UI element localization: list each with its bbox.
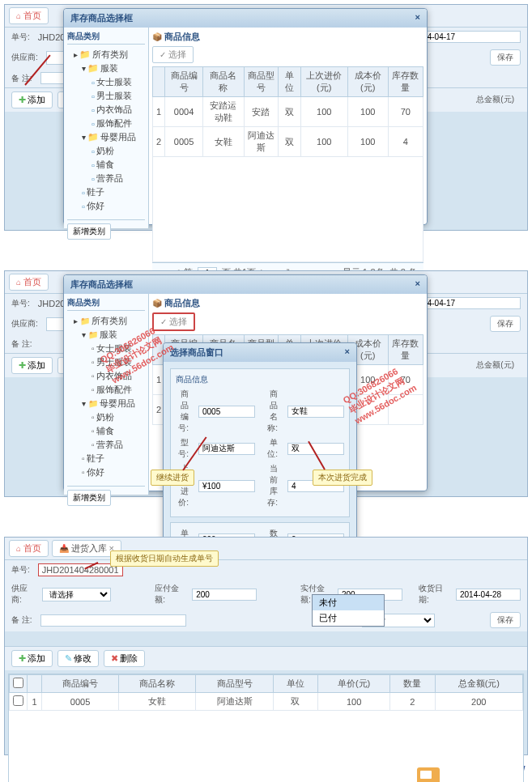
select-action-bar: ✓ 选择 [152,46,423,63]
product-info-title: 📦 商品信息 [152,31,423,43]
header-info-row-1: 单号: JHD201404280001 [5,560,527,580]
close-icon[interactable]: × [415,12,420,24]
leaf-icon: ▫ [92,174,95,184]
edit-button[interactable]: ✎修改 [57,650,99,667]
footer-logo-icon [417,767,440,783]
select-button[interactable]: ✓ 选择 [152,312,195,331]
leaf-icon: ▫ [82,188,85,198]
column-header: 成本价(元) [347,67,388,97]
tree-bottom-bar: 新增类别 [67,219,145,240]
column-header: 商品编号 [165,67,203,97]
product-info-group: 商品信息 商品编号: 商品名称: 型 号: 单 位: 上次进价: 当前库存: [170,368,350,517]
complete-callout: 本次进货完成 [313,470,372,486]
tree-item[interactable]: ▸ 📁所有类别 [67,48,145,62]
tree-item[interactable]: ▫内衣饰品 [67,103,145,117]
product-no-input[interactable] [198,406,255,418]
tree-item[interactable]: ▫辅食 [67,158,145,172]
header-info-row-2: 供应商: 请选择 应付金额: 实付金额: 收货日期: [5,580,527,609]
product-select-dialog: 库存商品选择框 × 商品类别 ▸ 📁所有类别 ▾ 📁服装 ▫女士服装 ▫男士服装… [63,8,428,225]
column-header: 商品名称 [203,67,244,97]
receive-date-label: 收货日期: [419,583,448,606]
column-header: 商品编号 [42,675,119,693]
tree-item[interactable]: ▫服饰配件 [67,117,145,130]
order-no-label: 单号: [11,32,30,43]
save-button[interactable]: 保存 [490,612,521,628]
dialog-title: 库存商品选择框 [70,12,133,24]
continue-callout: 继续进货 [151,470,194,486]
tree-item[interactable]: ▫奶粉 [67,144,145,158]
folder-icon: 📁 [87,132,99,142]
home-tab[interactable]: ⌂ 首页 [9,274,49,291]
table-row[interactable]: 20005女鞋阿迪达斯双1001004 [153,127,423,157]
main-table-wrapper: 商品编号 商品名称 商品型号 单位 单价(元) 数量 总金额(元) 1 0005… [8,674,524,782]
tree-item[interactable]: ▫女士服装 [67,75,145,89]
model-input[interactable] [198,443,255,455]
supplier-select[interactable]: 请选择 [42,588,112,601]
main-product-table: 商品编号 商品名称 商品型号 单位 单价(元) 数量 总金额(元) 1 0005… [9,674,523,711]
add-button[interactable]: ✚添加 [11,650,53,667]
last-price-input[interactable] [198,480,255,492]
group-title: 商品信息 [176,374,344,385]
column-header: 商品型号 [244,67,279,97]
select-button[interactable]: ✓ 选择 [152,46,194,63]
product-info-panel: 📦 商品信息 ✓ 选择 商品编号 商品名称 商品型号 单位 上次进价(元) 成本… [149,28,427,228]
tree-item[interactable]: ▾ 📁服装 [67,62,145,75]
payable-input[interactable] [192,589,257,601]
save-button[interactable]: 保存 [490,49,521,66]
product-name-input[interactable] [287,406,344,418]
add-icon: ✚ [19,95,26,105]
home-tab[interactable]: ⌂ 首页 [9,540,49,557]
dropdown-option[interactable]: 未付 [313,595,384,610]
column-header: 数量 [389,675,435,693]
product-table: 商品编号 商品名称 商品型号 单位 上次进价(元) 成本价(元) 库存数量 10… [152,66,423,157]
tree-item[interactable]: ▫鞋子 [67,185,145,199]
edit-icon: ✎ [65,653,72,664]
table-row[interactable]: 1 0005 女鞋 阿迪达斯 双 100 2 200 [10,693,523,711]
column-header: 单价(元) [318,675,390,693]
note-label: 备 注: [11,614,32,626]
add-icon: ✚ [19,653,26,664]
tree-item[interactable]: ▫男士服装 [67,89,145,103]
leaf-icon: ▫ [92,147,95,156]
new-category-button[interactable]: 新增类别 [67,223,111,240]
order-no-callout: 根据收货日期自动生成单号 [110,550,219,567]
delete-icon: ✖ [111,653,118,664]
close-icon[interactable]: × [415,278,420,291]
note-input[interactable] [40,614,186,627]
dropdown-option[interactable]: 已付 [313,610,384,626]
supplier-label: 供应商: [11,52,38,63]
pay-status-dropdown[interactable]: 未付 已付 [312,594,385,627]
leaf-icon: ▫ [92,119,95,129]
add-button[interactable]: ✚添加 [11,91,53,108]
receive-date-input[interactable] [456,589,521,601]
payable-label: 应付金额: [155,583,184,606]
row-checkbox[interactable] [13,695,23,706]
column-header: 上次进价(元) [300,67,347,97]
figure-1-screenshot: ⌂ 首页 单号: JHD201404 收货日期: 供应商: 保存 备 注: ✚添… [4,4,528,231]
folder-icon: 📁 [87,63,99,74]
column-header: 库存数量 [388,67,423,97]
tree-item[interactable]: ▫营养品 [67,172,145,185]
tree-title: 商品类别 [67,31,145,45]
home-tab[interactable]: ⌂ 首页 [9,7,49,24]
supplier-label: 供应商: [11,583,34,606]
column-header: 单位 [279,67,301,97]
dialog-title-bar: 库存商品选择框 × [64,9,427,28]
column-header: 商品型号 [196,675,273,693]
top-tab-bar: ⌂ 首页 📥 进货入库 × [5,538,527,560]
tree-item[interactable]: ▫你好 [67,199,145,213]
tree-item[interactable]: ▾ 📁母婴用品 [67,130,145,144]
delete-button[interactable]: ✖删除 [104,650,145,667]
leaf-icon: ▫ [92,78,95,87]
category-tree-panel: 商品类别 ▸ 📁所有类别 ▾ 📁服装 ▫女士服装 ▫男士服装 ▫内衣饰品 ▫服饰… [64,28,149,228]
action-bar: ✚添加 ✎修改 ✖删除 [5,646,527,670]
close-icon[interactable]: × [345,346,350,359]
leaf-icon: ▫ [92,160,95,170]
table-row[interactable]: 10004安踏运动鞋安踏双10010070 [153,97,423,127]
select-all-checkbox[interactable] [13,678,23,688]
add-button[interactable]: ✚添加 [11,357,53,374]
figure-3-screenshot: ⌂ 首页 📥 进货入库 × 单号: JHD201404280001 供应商: 请… [4,537,528,755]
sub-dialog-title: 选择商品窗口 [170,346,223,359]
header-info-row-3: 备 注: 是否已付: 未付 保存 [5,609,527,631]
leaf-icon: ▫ [92,91,95,101]
